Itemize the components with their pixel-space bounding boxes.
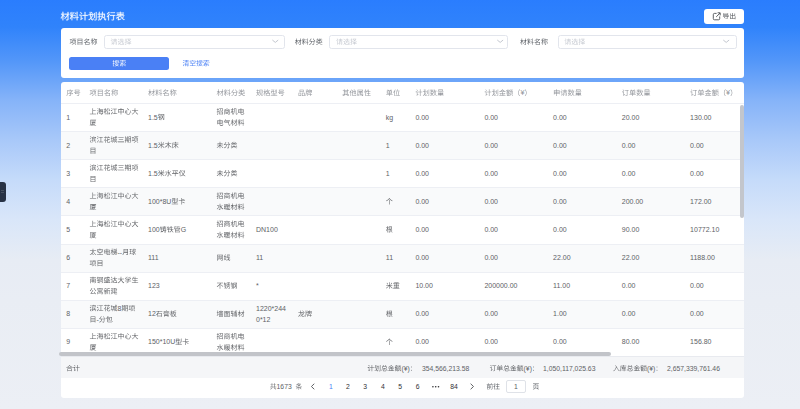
svg-text:0.00: 0.00 <box>553 338 567 345</box>
svg-text:10.00: 10.00 <box>415 282 433 289</box>
svg-text:0.00: 0.00 <box>415 310 429 317</box>
svg-text:kg: kg <box>386 114 394 122</box>
svg-text:100: 100 <box>148 226 160 233</box>
svg-text:2: 2 <box>346 383 350 390</box>
svg-text:11: 11 <box>256 254 263 261</box>
svg-text:0.00: 0.00 <box>553 170 567 177</box>
svg-text:0.00: 0.00 <box>690 310 704 317</box>
svg-text:0.00: 0.00 <box>553 226 567 233</box>
svg-text:DN100: DN100 <box>256 226 278 233</box>
svg-text:1.5: 1.5 <box>148 142 158 149</box>
svg-text:156.80: 156.80 <box>690 338 712 345</box>
svg-text:0.00: 0.00 <box>415 338 429 345</box>
svg-text:1220*244: 1220*244 <box>256 305 286 312</box>
svg-text:84: 84 <box>450 383 458 390</box>
svg-text:5: 5 <box>398 383 402 390</box>
svg-text:354,566,213.58: 354,566,213.58 <box>422 365 469 372</box>
svg-text:4: 4 <box>66 198 70 205</box>
svg-text:1.00: 1.00 <box>553 310 567 317</box>
svg-text:0.00: 0.00 <box>484 254 498 261</box>
svg-text:111: 111 <box>148 254 159 261</box>
svg-text:130.00: 130.00 <box>690 114 712 121</box>
svg-text:10772.10: 10772.10 <box>690 226 719 233</box>
svg-text:(¥): (¥) <box>524 365 532 373</box>
svg-text:100*8U: 100*8U <box>148 198 171 205</box>
svg-text:0.00: 0.00 <box>690 282 704 289</box>
svg-text:7: 7 <box>66 282 70 289</box>
svg-text:0.00: 0.00 <box>622 170 636 177</box>
svg-text:3: 3 <box>66 170 70 177</box>
svg-text:11: 11 <box>386 254 393 261</box>
svg-text:2,657,339,761.46: 2,657,339,761.46 <box>667 365 720 372</box>
svg-text:22.00: 22.00 <box>553 254 571 261</box>
svg-text:0.00: 0.00 <box>484 114 498 121</box>
svg-text:123: 123 <box>148 282 160 289</box>
svg-text:0.00: 0.00 <box>553 114 567 121</box>
svg-text:1673: 1673 <box>277 383 292 390</box>
svg-text:1.5: 1.5 <box>148 114 158 121</box>
svg-text:9: 9 <box>66 338 70 345</box>
svg-text:0.00: 0.00 <box>690 142 704 149</box>
svg-text:0.00: 0.00 <box>622 310 636 317</box>
svg-text:¥: ¥ <box>520 88 525 97</box>
svg-text:0.00: 0.00 <box>690 170 704 177</box>
svg-text:80.00: 80.00 <box>622 338 640 345</box>
svg-text:0.00: 0.00 <box>484 226 498 233</box>
svg-text:0.00: 0.00 <box>553 142 567 149</box>
svg-text:1,050,117,025.63: 1,050,117,025.63 <box>543 365 596 372</box>
svg-text:0*12: 0*12 <box>256 316 271 323</box>
svg-text:0.00: 0.00 <box>415 142 429 149</box>
svg-text:8: 8 <box>118 305 122 312</box>
svg-text:0.00: 0.00 <box>484 170 498 177</box>
svg-text:0.00: 0.00 <box>415 254 429 261</box>
svg-text:200000.00: 200000.00 <box>484 282 517 289</box>
svg-text:G: G <box>181 226 186 233</box>
svg-text:0.00: 0.00 <box>415 198 429 205</box>
svg-text:(¥): (¥) <box>401 365 409 373</box>
svg-text:1: 1 <box>386 142 390 149</box>
svg-text:5: 5 <box>66 226 70 233</box>
svg-text:4: 4 <box>381 383 385 390</box>
svg-text:0.00: 0.00 <box>484 142 498 149</box>
svg-text:--: -- <box>118 249 123 256</box>
svg-text:6: 6 <box>66 254 70 261</box>
svg-text:*: * <box>256 282 259 289</box>
svg-text:200.00: 200.00 <box>622 198 644 205</box>
svg-text:3: 3 <box>363 383 367 390</box>
svg-text:150*10U: 150*10U <box>148 338 175 345</box>
svg-text:0.00: 0.00 <box>553 198 567 205</box>
svg-text:1.5: 1.5 <box>148 170 158 177</box>
svg-text:1188.00: 1188.00 <box>690 254 715 261</box>
svg-text:11.00: 11.00 <box>553 282 570 289</box>
svg-text:8: 8 <box>66 310 70 317</box>
svg-text:6: 6 <box>416 383 420 390</box>
svg-text:-: - <box>97 316 100 323</box>
svg-text:0.00: 0.00 <box>415 114 429 121</box>
svg-text:12: 12 <box>148 310 156 317</box>
svg-text:0.00: 0.00 <box>484 338 498 345</box>
svg-text:22.00: 22.00 <box>622 254 640 261</box>
svg-text:20.00: 20.00 <box>622 114 640 121</box>
svg-text:1: 1 <box>514 383 518 390</box>
svg-text:0.00: 0.00 <box>415 170 429 177</box>
svg-text:1: 1 <box>386 170 390 177</box>
svg-text:¥: ¥ <box>726 88 731 97</box>
svg-text:2: 2 <box>66 142 70 149</box>
svg-text:0.00: 0.00 <box>415 226 429 233</box>
svg-text:1: 1 <box>329 383 333 390</box>
svg-text:(¥): (¥) <box>647 365 655 373</box>
svg-text:0.00: 0.00 <box>484 198 498 205</box>
svg-text:0.00: 0.00 <box>484 310 498 317</box>
svg-text:90.00: 90.00 <box>622 226 640 233</box>
svg-text:0.00: 0.00 <box>622 282 636 289</box>
svg-text:0.00: 0.00 <box>622 142 636 149</box>
svg-text:1: 1 <box>66 114 70 121</box>
svg-text:172.00: 172.00 <box>690 198 712 205</box>
